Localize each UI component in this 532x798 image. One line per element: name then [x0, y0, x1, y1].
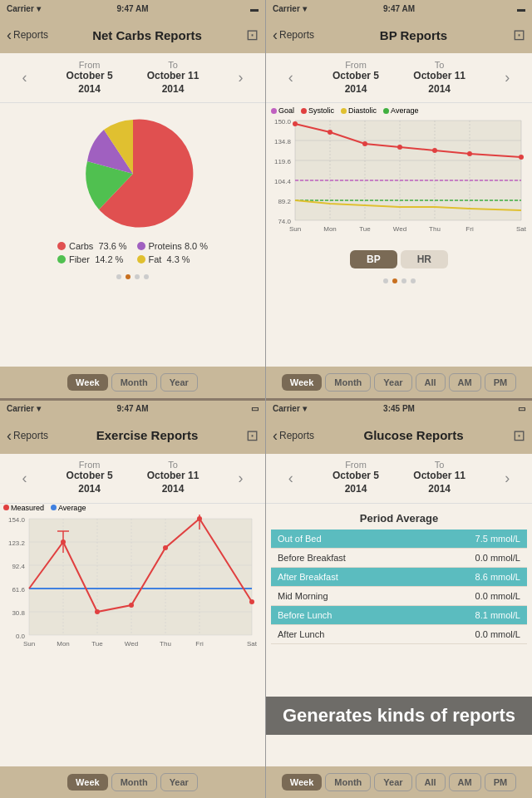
before-lunch-label: Before Lunch — [278, 610, 332, 620]
glucose-table: Out of Bed 7.5 mmol/L Before Breakfast 0… — [271, 530, 527, 644]
glucose-row-after-lunch: After Lunch 0.0 mmol/L — [271, 625, 527, 644]
svg-text:Thu: Thu — [429, 225, 441, 233]
to-label: To — [147, 60, 200, 70]
tab-hr[interactable]: HR — [401, 250, 448, 268]
prev-date-ex[interactable]: ‹ — [17, 470, 32, 487]
diastolic-label: Diastolic — [348, 106, 377, 115]
svg-text:89.2: 89.2 — [278, 198, 291, 205]
glucose-row-outofbed: Out of Bed 7.5 mmol/L — [271, 530, 527, 549]
status-bar-left-bottom: Carrier ▾ 9:47 AM ▭ — [0, 401, 265, 417]
tab-year-bp[interactable]: Year — [374, 373, 411, 392]
tab-pm-bp[interactable]: PM — [485, 373, 517, 392]
chevron-left-icon: ‹ — [7, 27, 12, 42]
from-label-bp: From — [332, 60, 379, 70]
camera-icon-ex[interactable]: ⊡ — [246, 426, 259, 445]
tab-bp[interactable]: BP — [350, 250, 397, 268]
from-value-bp: October 52014 — [332, 70, 379, 96]
tab-month-gl[interactable]: Month — [325, 773, 371, 791]
date-range-exercise: ‹ From October 52014 To October 112014 › — [0, 454, 265, 504]
next-date-gl[interactable]: › — [500, 470, 515, 487]
next-date-arrow[interactable]: › — [233, 69, 248, 86]
glucose-row-before-lunch: Before Lunch 8.1 mmol/L — [271, 606, 527, 625]
tab-all-bp[interactable]: All — [416, 373, 446, 392]
tab-week-ex[interactable]: Week — [67, 774, 108, 791]
to-date-block: To October 112014 — [147, 60, 200, 96]
nav-bar-bp: ‹ Reports BP Reports ⊡ — [266, 17, 532, 53]
dot-4 — [144, 274, 149, 279]
dot-1 — [116, 274, 121, 279]
tab-month-bp[interactable]: Month — [325, 373, 371, 392]
legend-average: Average — [51, 504, 86, 512]
tab-week-net-carbs[interactable]: Week — [67, 374, 108, 391]
tab-week-bp[interactable]: Week — [282, 374, 323, 391]
svg-text:Wed: Wed — [125, 640, 138, 648]
chevron-left-bp: ‹ — [273, 27, 278, 42]
bp-dot-2 — [392, 278, 397, 283]
fiber-label: Fiber 14.2 % — [69, 254, 123, 264]
svg-text:Tue: Tue — [91, 640, 103, 648]
after-breakfast-label: After Breakfast — [278, 572, 338, 582]
svg-point-72 — [467, 151, 472, 156]
wifi-icon: ▾ — [37, 4, 41, 13]
svg-point-70 — [397, 145, 402, 150]
back-button-net-carbs[interactable]: ‹ Reports — [7, 27, 48, 42]
before-breakfast-value: 0.0 mmol/L — [475, 553, 520, 563]
period-average-title: Period Average — [271, 509, 527, 530]
goal-dot — [271, 108, 277, 114]
glucose-row-before-breakfast: Before Breakfast 0.0 mmol/L — [271, 549, 527, 568]
tab-week-gl[interactable]: Week — [282, 774, 323, 791]
page-title-net-carbs: Net Carbs Reports — [48, 28, 246, 42]
bp-hr-tab-group: BP HR — [266, 245, 532, 273]
to-label-gl: To — [413, 460, 466, 470]
svg-rect-0 — [29, 519, 252, 635]
bp-legend: Goal Systolic Diastolic Average — [266, 103, 532, 116]
svg-text:Fri: Fri — [466, 225, 474, 233]
tab-month-net-carbs[interactable]: Month — [111, 373, 157, 392]
camera-icon-bp[interactable]: ⊡ — [513, 26, 525, 44]
legend-fat: Fat 4.3 % — [137, 254, 209, 264]
prev-date-bp[interactable]: ‹ — [283, 69, 298, 86]
legend-systolic: Systolic — [301, 106, 334, 115]
svg-text:123.2: 123.2 — [8, 539, 26, 547]
battery-gl: ▭ — [518, 404, 525, 413]
after-lunch-label: After Lunch — [278, 629, 324, 639]
pie-legend: Carbs 73.6 % Proteins 8.0 % Fiber 14.2 %… — [49, 236, 216, 269]
tab-year-ex[interactable]: Year — [160, 773, 198, 791]
tab-year-net-carbs[interactable]: Year — [160, 373, 198, 392]
average-dot — [51, 505, 57, 510]
battery-icon-lb: ▭ — [251, 404, 259, 413]
tab-month-ex[interactable]: Month — [111, 773, 157, 791]
to-value-ex: October 112014 — [147, 470, 200, 495]
prev-date-arrow[interactable]: ‹ — [17, 69, 32, 86]
prev-date-gl[interactable]: ‹ — [283, 470, 298, 487]
proteins-label: Proteins 8.0 % — [149, 241, 209, 251]
from-date-block-ex: From October 52014 — [66, 460, 113, 495]
bp-dot-1 — [383, 278, 388, 283]
svg-text:Mon: Mon — [323, 225, 337, 233]
tab-am-gl[interactable]: AM — [449, 773, 481, 791]
legend-measured: Measured — [3, 504, 44, 512]
wifi-icon-gl: ▾ — [303, 404, 307, 413]
next-date-bp[interactable]: › — [500, 69, 515, 86]
svg-point-33 — [249, 599, 254, 604]
camera-icon[interactable]: ⊡ — [246, 26, 259, 44]
tab-all-gl[interactable]: All — [416, 773, 446, 791]
carrier-label: Carrier — [7, 4, 34, 13]
back-button-exercise[interactable]: ‹ Reports — [7, 428, 48, 443]
date-range-net-carbs: ‹ From October 52014 To October 112014 › — [0, 53, 265, 103]
back-button-bp[interactable]: ‹ Reports — [273, 27, 314, 42]
svg-text:Sun: Sun — [289, 225, 301, 233]
tab-year-gl[interactable]: Year — [374, 773, 411, 791]
glucose-row-mid-morning: Mid Morning 0.0 mmol/L — [271, 587, 527, 606]
average-label: Average — [58, 504, 86, 512]
carrier-gl: Carrier — [273, 404, 300, 413]
tab-pm-gl[interactable]: PM — [485, 773, 517, 791]
tab-am-bp[interactable]: AM — [449, 373, 481, 392]
from-date-gl: From October 52014 — [332, 460, 379, 495]
back-button-gl[interactable]: ‹ Reports — [273, 428, 314, 443]
page-dots-top-left — [116, 269, 149, 284]
from-date-block: From October 52014 — [66, 60, 113, 96]
from-date-bp: From October 52014 — [332, 60, 379, 96]
camera-icon-gl[interactable]: ⊡ — [513, 426, 525, 445]
next-date-ex[interactable]: › — [233, 470, 248, 487]
